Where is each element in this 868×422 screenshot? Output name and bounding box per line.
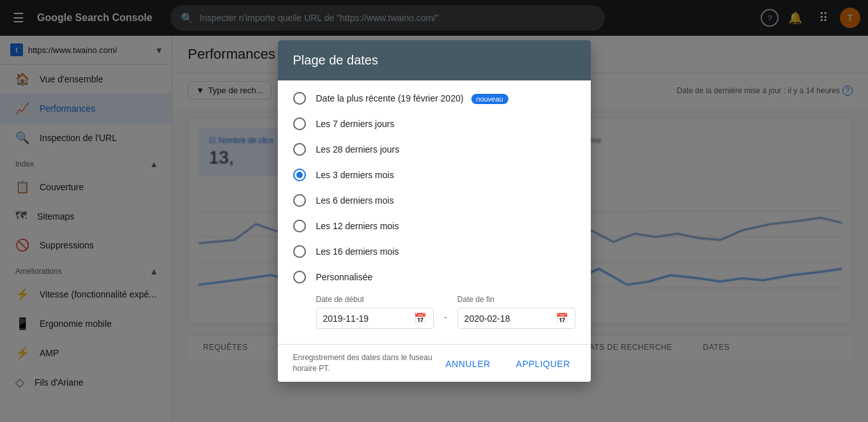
start-date-label: Date de début [316, 295, 434, 304]
start-date-input-wrap[interactable]: 📅 [316, 308, 434, 329]
date-range-dialog: Plage de dates Date la plus récente (19 … [278, 40, 591, 382]
radio-label-recent: Date la plus récente (19 février 2020) n… [316, 93, 508, 104]
radio-circle-recent [293, 92, 306, 105]
radio-circle-custom [293, 271, 306, 283]
footer-buttons: ANNULER APPLIQUER [435, 354, 580, 374]
radio-circle-16months [293, 245, 306, 258]
radio-label-28days: Les 28 derniers jours [316, 144, 400, 154]
radio-option-6months[interactable]: Les 6 derniers mois [278, 188, 591, 213]
calendar-start-icon[interactable]: 📅 [414, 312, 427, 324]
radio-circle-7days [293, 117, 306, 130]
radio-circle-6months [293, 194, 306, 207]
apply-button[interactable]: APPLIQUER [506, 354, 581, 374]
radio-label-3months: Les 3 derniers mois [316, 170, 394, 180]
radio-label-12months: Les 12 derniers mois [316, 221, 399, 231]
end-date-input[interactable] [464, 313, 551, 324]
radio-label-custom: Personnalisée [316, 272, 373, 282]
radio-option-7days[interactable]: Les 7 derniers jours [278, 111, 591, 137]
dialog-title: Plage de dates [293, 53, 575, 68]
radio-option-28days[interactable]: Les 28 derniers jours [278, 137, 591, 162]
radio-option-custom[interactable]: Personnalisée [278, 264, 591, 290]
start-date-input[interactable] [323, 313, 409, 324]
dialog-body: Date la plus récente (19 février 2020) n… [278, 80, 591, 344]
radio-circle-28days [293, 143, 306, 156]
end-date-label: Date de fin [457, 295, 575, 304]
end-date-input-wrap[interactable]: 📅 [457, 308, 575, 329]
footer-note: Enregistrement des dates dans le fuseau … [293, 352, 436, 374]
date-separator: - [444, 312, 447, 322]
radio-option-16months[interactable]: Les 16 derniers mois [278, 239, 591, 264]
radio-circle-12months [293, 220, 306, 232]
badge-nouveau: nouveau [471, 94, 508, 104]
radio-option-recent[interactable]: Date la plus récente (19 février 2020) n… [278, 86, 591, 111]
cancel-button[interactable]: ANNULER [435, 354, 500, 374]
calendar-end-icon[interactable]: 📅 [556, 312, 568, 324]
radio-label-7days: Les 7 derniers jours [316, 119, 395, 129]
radio-option-3months[interactable]: Les 3 derniers mois [278, 162, 591, 188]
custom-date-section: Date de début 📅 - Date de fin 📅 [278, 290, 591, 339]
modal-overlay[interactable]: Plage de dates Date la plus récente (19 … [0, 0, 868, 422]
radio-label-16months: Les 16 derniers mois [316, 246, 399, 257]
radio-circle-3months [293, 169, 306, 181]
radio-option-12months[interactable]: Les 12 derniers mois [278, 213, 591, 239]
dialog-footer: Enregistrement des dates dans le fuseau … [278, 344, 591, 382]
radio-label-6months: Les 6 derniers mois [316, 195, 394, 206]
dialog-header: Plage de dates [278, 40, 591, 80]
